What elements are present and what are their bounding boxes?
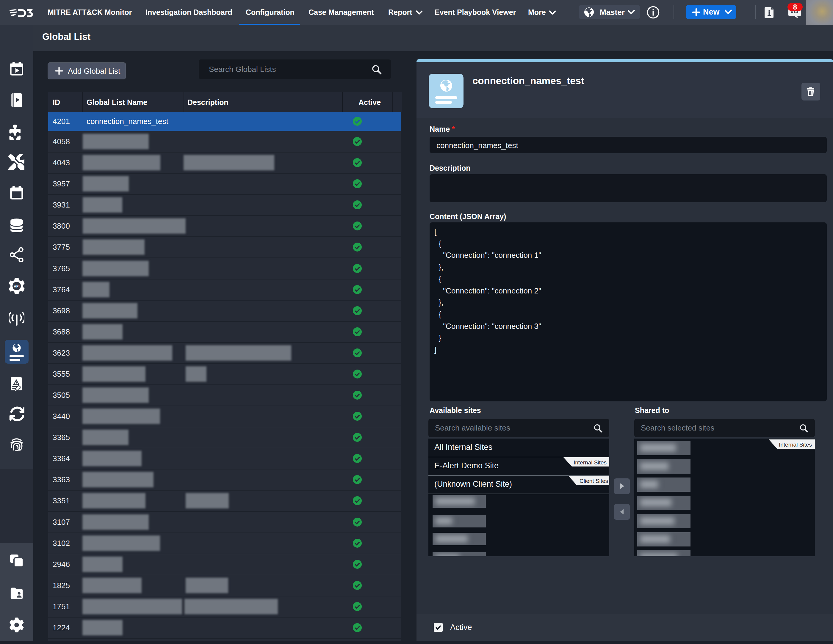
svg-text:API: API <box>14 284 19 288</box>
